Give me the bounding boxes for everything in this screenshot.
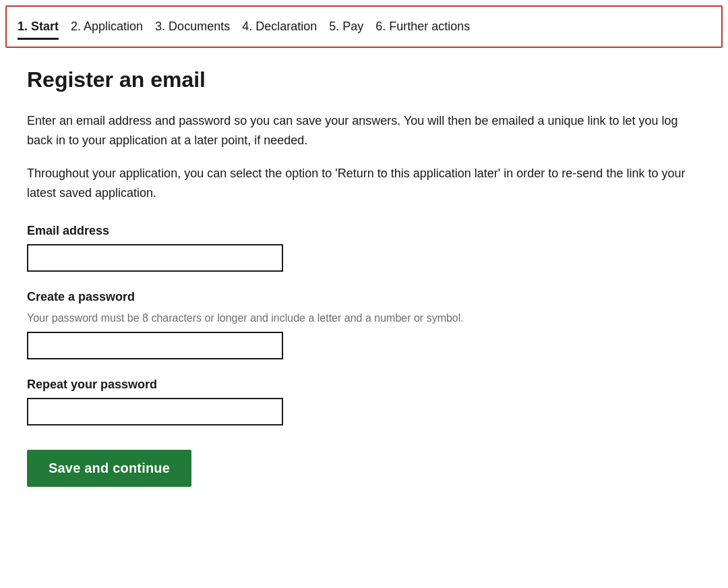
step-2[interactable]: 2. Application (71, 13, 155, 40)
step-6[interactable]: 6. Further actions (375, 13, 482, 40)
page-title: Register an email (27, 67, 701, 92)
step-5[interactable]: 5. Pay (329, 13, 375, 40)
registration-form: Email address Create a password Your pas… (27, 222, 701, 487)
password-label: Create a password (27, 288, 701, 306)
repeat-password-field-group: Repeat your password (27, 376, 701, 425)
email-input[interactable] (27, 244, 283, 272)
email-field-group: Email address (27, 222, 701, 272)
password-hint: Your password must be 8 characters or lo… (27, 310, 701, 326)
password-input[interactable] (27, 332, 283, 359)
repeat-password-label: Repeat your password (27, 376, 701, 394)
email-label: Email address (27, 222, 701, 240)
step-1[interactable]: 1. Start (18, 13, 71, 40)
password-field-group: Create a password Your password must be … (27, 288, 701, 359)
description-1: Enter an email address and password so y… (27, 111, 701, 150)
steps-nav: 1. Start 2. Application 3. Documents 4. … (5, 5, 723, 48)
main-content: Register an email Enter an email address… (0, 48, 728, 514)
repeat-password-input[interactable] (27, 398, 283, 425)
page-wrapper: 1. Start 2. Application 3. Documents 4. … (0, 5, 728, 514)
description-2: Throughout your application, you can sel… (27, 164, 701, 203)
save-continue-button[interactable]: Save and continue (27, 450, 191, 487)
step-4[interactable]: 4. Declaration (242, 13, 329, 40)
step-3[interactable]: 3. Documents (155, 13, 242, 40)
